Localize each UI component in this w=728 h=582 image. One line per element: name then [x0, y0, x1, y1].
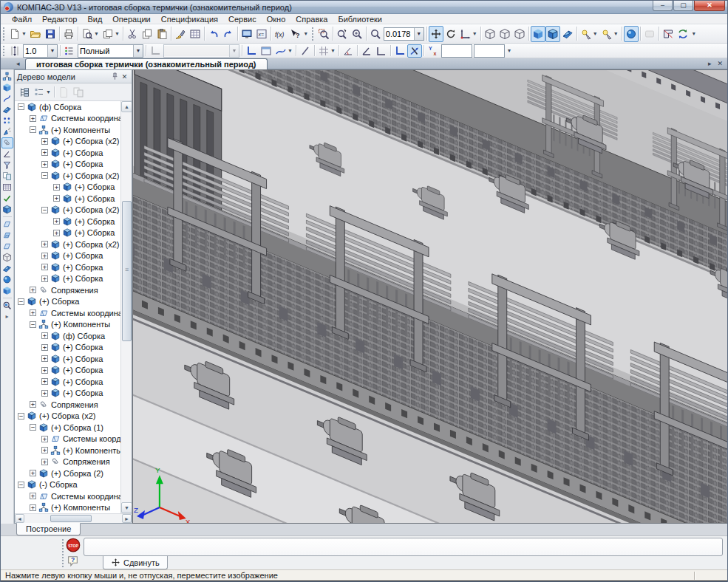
- dropdown-arrow-icon[interactable]: ▼: [330, 48, 336, 53]
- scroll-up-icon[interactable]: ▲: [121, 101, 132, 112]
- menu-8[interactable]: Справка: [290, 14, 333, 24]
- paste[interactable]: [154, 26, 169, 42]
- zoom-pointer[interactable]: [335, 26, 350, 42]
- new-document[interactable]: ▼: [7, 26, 28, 42]
- format-brush[interactable]: [173, 26, 188, 42]
- angle-measure[interactable]: [359, 44, 374, 58]
- title-bar[interactable]: КОМПАС-3D V13 - итоговая сборка термички…: [1, 1, 727, 14]
- tree-item[interactable]: +(+) Сборка: [15, 388, 120, 400]
- scrollbar-thumb[interactable]: [122, 201, 132, 341]
- step-value-input[interactable]: [24, 46, 47, 56]
- tree-expand-toggle[interactable]: +: [41, 436, 48, 442]
- cut[interactable]: [125, 26, 140, 42]
- menu-5[interactable]: Спецификация: [156, 14, 223, 24]
- properties-window[interactable]: [239, 26, 254, 42]
- copy[interactable]: [140, 26, 154, 42]
- tree-expand-toggle[interactable]: +: [41, 253, 48, 259]
- macro-edit[interactable]: [148, 44, 163, 58]
- tree-expand-toggle[interactable]: −: [18, 298, 24, 305]
- tab-close-icon[interactable]: ✕: [717, 60, 723, 67]
- tree-expand-toggle[interactable]: −: [30, 321, 36, 328]
- tree-item[interactable]: +Сопряжения: [15, 456, 120, 468]
- tree-expand-toggle[interactable]: +: [53, 230, 60, 236]
- dropdown-arrow-icon[interactable]: ▼: [472, 31, 477, 36]
- angle-snap[interactable]: [298, 44, 313, 58]
- print-preview[interactable]: ▼: [80, 26, 101, 42]
- orientation-sphere[interactable]: [624, 26, 639, 42]
- tree-item[interactable]: −(-) Сборка: [15, 479, 120, 491]
- tree-vertical-scrollbar[interactable]: ▲ ▼: [120, 101, 132, 513]
- snaps[interactable]: [341, 44, 356, 58]
- maximize-button[interactable]: ▢: [673, 1, 693, 11]
- zoom-scale-dropdown-icon[interactable]: ▼: [414, 28, 423, 40]
- boss-tool-button[interactable]: [1, 285, 13, 296]
- arrays-button[interactable]: [1, 115, 13, 126]
- tree-expand-toggle[interactable]: +: [41, 241, 48, 247]
- menu-1[interactable]: Файл: [7, 14, 37, 24]
- command-help-button[interactable]: [67, 554, 80, 567]
- tree-expand-toggle[interactable]: −: [41, 172, 48, 179]
- open-document[interactable]: [28, 26, 43, 42]
- tree-item[interactable]: +(+) Сборка: [15, 342, 120, 354]
- hidden-lines-thin-view[interactable]: [512, 26, 527, 42]
- tree-item[interactable]: +(+) Сборка: [15, 182, 120, 194]
- tree-item[interactable]: +(+) Сборка: [15, 273, 120, 285]
- verification-button[interactable]: [1, 193, 13, 204]
- tree-expand-toggle[interactable]: +: [41, 459, 48, 465]
- tree-item[interactable]: +(+) Компоненты: [15, 445, 120, 456]
- tree-expand-toggle[interactable]: +: [53, 195, 60, 202]
- tree-expand-toggle[interactable]: +: [41, 367, 48, 374]
- context-help[interactable]: [288, 26, 302, 42]
- menu-9[interactable]: Библиотеки: [333, 14, 387, 24]
- light-source-1[interactable]: ▼: [579, 26, 599, 42]
- coord-x-field[interactable]: [441, 44, 472, 58]
- toolbar2-overflow-icon[interactable]: ▾: [506, 47, 513, 54]
- tree-item[interactable]: +Системы координат: [15, 434, 120, 445]
- dropdown-arrow-icon[interactable]: ▼: [115, 31, 120, 36]
- close-button[interactable]: ✕: [694, 1, 725, 11]
- tree-item[interactable]: +(+) Сборка (x2): [15, 239, 120, 250]
- property-message-field[interactable]: [84, 538, 723, 556]
- save-document[interactable]: [43, 26, 58, 42]
- tree-expand-toggle[interactable]: −: [30, 126, 36, 133]
- tree-item[interactable]: +(+) Сборка: [15, 365, 120, 377]
- tree-expand-toggle[interactable]: +: [41, 332, 48, 339]
- tree-item[interactable]: −(+) Сборка (1): [15, 422, 120, 434]
- tree-expand-toggle[interactable]: +: [41, 344, 48, 351]
- tree-expand-toggle[interactable]: +: [30, 504, 36, 511]
- tree-item[interactable]: +(+) Сборка (x2): [15, 136, 120, 148]
- menu-2[interactable]: Редактор: [37, 14, 82, 24]
- tab-next-icon[interactable]: ▸: [708, 60, 712, 67]
- edit-component-button[interactable]: [1, 71, 13, 82]
- local-cs[interactable]: [392, 44, 407, 58]
- display-mode[interactable]: ▼: [78, 44, 143, 58]
- tree-item[interactable]: +(+) Сборка (2): [15, 468, 120, 479]
- tree-horizontal-scrollbar[interactable]: ◄ ►: [15, 513, 132, 523]
- view-orientation[interactable]: ▼: [458, 26, 479, 42]
- interrupt-command-button[interactable]: [66, 538, 81, 552]
- tree-item[interactable]: +(+) Сборка: [15, 193, 120, 205]
- spatial-curves-button[interactable]: [1, 93, 13, 104]
- tree-item[interactable]: +(+) Сборка: [15, 159, 120, 171]
- zoom-area[interactable]: [368, 26, 383, 42]
- dropdown-arrow-icon[interactable]: ▼: [21, 31, 27, 36]
- tree-item[interactable]: −(+) Компоненты: [15, 319, 120, 331]
- solid-modeling-button[interactable]: [1, 82, 13, 93]
- tree-item[interactable]: −(+) Сборка (x2): [15, 205, 120, 216]
- macro-list-dropdown-icon[interactable]: ▼: [229, 45, 239, 57]
- filters-button[interactable]: [1, 160, 13, 171]
- tree-expand-toggle[interactable]: +: [30, 470, 36, 476]
- grid[interactable]: ▼: [316, 44, 337, 58]
- tree-expand-toggle[interactable]: +: [53, 218, 60, 225]
- tree-expand-toggle[interactable]: +: [30, 287, 36, 293]
- tree-expand-toggle[interactable]: +: [30, 309, 36, 316]
- rebuild-model[interactable]: [676, 26, 690, 42]
- component-relations[interactable]: [71, 85, 86, 100]
- inactive-tool[interactable]: [642, 26, 657, 42]
- macro-list-input[interactable]: [164, 46, 229, 56]
- tree-item[interactable]: +(+) Сборка: [15, 353, 120, 365]
- scroll-left-icon[interactable]: ◄: [15, 514, 24, 523]
- menu-7[interactable]: Окно: [262, 14, 291, 24]
- tree-expand-toggle[interactable]: +: [41, 275, 48, 282]
- measurements-button[interactable]: [1, 148, 13, 160]
